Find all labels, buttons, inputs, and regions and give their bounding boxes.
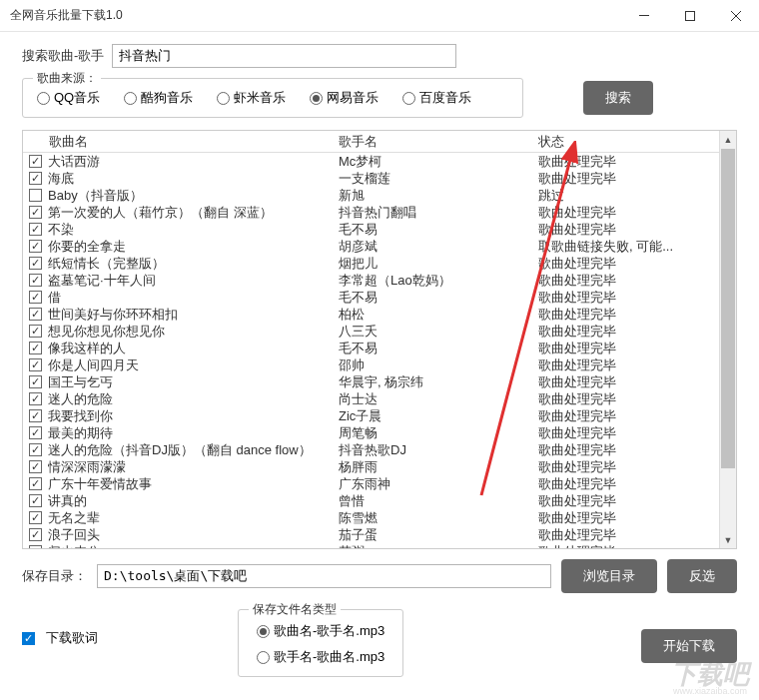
row-checkbox[interactable] — [29, 223, 42, 236]
cell-song: 我要找到你 — [48, 407, 339, 425]
cell-artist: 李常超（Lao乾妈） — [339, 272, 538, 290]
row-checkbox[interactable] — [29, 325, 42, 338]
table-row[interactable]: 想见你想见你想见你八三夭歌曲处理完毕 — [23, 323, 736, 340]
table-row[interactable]: 无名之辈陈雪燃歌曲处理完毕 — [23, 509, 736, 526]
source-radio-label: 百度音乐 — [419, 89, 471, 107]
table-row[interactable]: 世间美好与你环环相扣柏松歌曲处理完毕 — [23, 306, 736, 323]
invert-selection-button[interactable]: 反选 — [667, 559, 737, 593]
col-header-artist[interactable]: 歌手名 — [339, 133, 538, 151]
filename-radio-0[interactable]: 歌曲名-歌手名.mp3 — [257, 622, 384, 640]
cell-status: 歌曲处理完毕 — [538, 289, 736, 307]
row-checkbox[interactable] — [29, 545, 42, 548]
table-row[interactable]: 归去来兮花粥歌曲处理完毕 — [23, 543, 736, 548]
table-row[interactable]: 海底一支榴莲歌曲处理完毕 — [23, 170, 736, 187]
source-radio-0[interactable]: QQ音乐 — [37, 89, 100, 107]
cell-song: 讲真的 — [48, 492, 339, 510]
scrollbar-down-icon[interactable]: ▼ — [720, 531, 736, 548]
source-radio-1[interactable]: 酷狗音乐 — [124, 89, 193, 107]
cell-status: 歌曲处理完毕 — [538, 204, 736, 222]
cell-artist: 一支榴莲 — [339, 170, 538, 188]
table-row[interactable]: 你是人间四月天邵帅歌曲处理完毕 — [23, 356, 736, 373]
table-row[interactable]: 国王与乞丐华晨宇, 杨宗纬歌曲处理完毕 — [23, 373, 736, 390]
cell-status: 跳过 — [538, 187, 736, 205]
filename-legend: 保存文件名类型 — [249, 601, 341, 618]
close-button[interactable] — [713, 0, 759, 32]
search-input[interactable] — [112, 44, 456, 68]
source-radio-2[interactable]: 虾米音乐 — [217, 89, 286, 107]
row-checkbox[interactable] — [29, 528, 42, 541]
search-button[interactable]: 搜索 — [583, 81, 653, 115]
cell-status: 取歌曲链接失败, 可能... — [538, 238, 736, 256]
row-checkbox[interactable] — [29, 291, 42, 304]
table-row[interactable]: 迷人的危险尚士达歌曲处理完毕 — [23, 390, 736, 407]
minimize-button[interactable] — [621, 0, 667, 32]
cell-artist: Zic子晨 — [339, 407, 538, 425]
row-checkbox[interactable] — [29, 460, 42, 473]
filename-radio-1[interactable]: 歌手名-歌曲名.mp3 — [257, 648, 384, 666]
scrollbar-thumb[interactable] — [721, 149, 735, 468]
browse-button[interactable]: 浏览目录 — [561, 559, 657, 593]
source-radio-4[interactable]: 百度音乐 — [402, 89, 471, 107]
row-checkbox[interactable] — [29, 443, 42, 456]
table-row[interactable]: 盗墓笔记·十年人间李常超（Lao乾妈）歌曲处理完毕 — [23, 272, 736, 289]
col-header-song[interactable]: 歌曲名 — [49, 133, 339, 151]
table-row[interactable]: 纸短情长（完整版）烟把儿歌曲处理完毕 — [23, 255, 736, 272]
cell-song: 广东十年爱情故事 — [48, 475, 339, 493]
path-input[interactable] — [97, 564, 551, 588]
row-checkbox[interactable] — [29, 172, 42, 185]
table-row[interactable]: 浪子回头茄子蛋歌曲处理完毕 — [23, 526, 736, 543]
row-checkbox[interactable] — [29, 206, 42, 219]
scrollbar-vertical[interactable]: ▲ ▼ — [719, 131, 736, 548]
cell-song: 迷人的危险（抖音DJ版）（翻自 dance flow） — [48, 441, 339, 459]
cell-artist: 抖音热歌DJ — [339, 441, 538, 459]
cell-artist: 新旭 — [339, 187, 538, 205]
row-checkbox[interactable] — [29, 426, 42, 439]
table-row[interactable]: 不染毛不易歌曲处理完毕 — [23, 221, 736, 238]
row-checkbox[interactable] — [29, 511, 42, 524]
table-row[interactable]: 迷人的危险（抖音DJ版）（翻自 dance flow）抖音热歌DJ歌曲处理完毕 — [23, 441, 736, 458]
table-row[interactable]: 情深深雨濛濛杨胖雨歌曲处理完毕 — [23, 458, 736, 475]
row-checkbox[interactable] — [29, 494, 42, 507]
row-checkbox[interactable] — [29, 308, 42, 321]
row-checkbox[interactable] — [29, 240, 42, 253]
cell-song: 无名之辈 — [48, 509, 339, 527]
row-checkbox[interactable] — [29, 342, 42, 354]
col-header-status[interactable]: 状态 — [538, 133, 736, 151]
row-checkbox[interactable] — [29, 409, 42, 422]
source-radio-3[interactable]: 网易音乐 — [310, 89, 379, 107]
radio-icon — [217, 92, 230, 105]
cell-artist: 陈雪燃 — [339, 509, 538, 527]
row-checkbox[interactable] — [29, 155, 42, 168]
table-row[interactable]: 广东十年爱情故事广东雨神歌曲处理完毕 — [23, 475, 736, 492]
cell-song: 你要的全拿走 — [48, 238, 339, 256]
table-row[interactable]: 最美的期待周笔畅歌曲处理完毕 — [23, 424, 736, 441]
cell-song: 国王与乞丐 — [48, 373, 339, 391]
cell-status: 歌曲处理完毕 — [538, 323, 736, 341]
row-checkbox[interactable] — [29, 274, 42, 287]
table-row[interactable]: 我要找到你Zic子晨歌曲处理完毕 — [23, 407, 736, 424]
download-lyric-checkbox[interactable]: 下载歌词 — [22, 629, 98, 647]
cell-status: 歌曲处理完毕 — [538, 526, 736, 544]
row-checkbox[interactable] — [29, 257, 42, 270]
start-download-button[interactable]: 开始下载 — [641, 629, 737, 663]
table-row[interactable]: Baby（抖音版）新旭跳过 — [23, 187, 736, 204]
row-checkbox[interactable] — [29, 358, 42, 371]
table-row[interactable]: 像我这样的人毛不易歌曲处理完毕 — [23, 340, 736, 356]
row-checkbox[interactable] — [29, 375, 42, 388]
row-checkbox[interactable] — [29, 477, 42, 490]
path-row: 保存目录： 浏览目录 反选 — [22, 559, 737, 593]
cell-artist: 毛不易 — [339, 289, 538, 307]
row-checkbox[interactable] — [29, 392, 42, 405]
cell-song: 盗墓笔记·十年人间 — [48, 272, 339, 290]
table-row[interactable]: 借毛不易歌曲处理完毕 — [23, 289, 736, 306]
filename-radio-label: 歌曲名-歌手名.mp3 — [274, 622, 384, 640]
table-row[interactable]: 你要的全拿走胡彦斌取歌曲链接失败, 可能... — [23, 238, 736, 255]
table-row[interactable]: 第一次爱的人（藉竹京）（翻自 深蓝）抖音热门翻唱歌曲处理完毕 — [23, 204, 736, 221]
row-checkbox[interactable] — [29, 189, 42, 202]
table-row[interactable]: 讲真的曾惜歌曲处理完毕 — [23, 492, 736, 509]
table-row[interactable]: 大话西游Mc梦柯歌曲处理完毕 — [23, 153, 736, 170]
table-body[interactable]: 大话西游Mc梦柯歌曲处理完毕海底一支榴莲歌曲处理完毕Baby（抖音版）新旭跳过第… — [23, 153, 736, 548]
table-header: 歌曲名 歌手名 状态 — [23, 131, 736, 153]
maximize-button[interactable] — [667, 0, 713, 32]
scrollbar-up-icon[interactable]: ▲ — [720, 131, 736, 148]
